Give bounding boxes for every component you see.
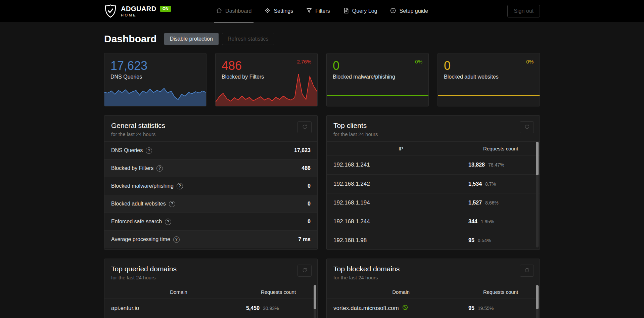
stat-row: Enforced safe search? 0 <box>104 213 317 230</box>
client-percent: 8.7% <box>485 181 496 187</box>
top-blocked-domains-refresh-button[interactable] <box>520 265 534 277</box>
top-queried-domains-refresh-button[interactable] <box>297 265 312 277</box>
setup-guide-icon: ? <box>390 7 396 15</box>
top-queried-domains-card: Top queried domains for the last 24 hour… <box>104 259 318 318</box>
stat-row-label: Blocked malware/phishing <box>111 183 174 189</box>
sign-out-button[interactable]: Sign out <box>507 5 540 17</box>
domain-percent: 19.55% <box>478 306 494 311</box>
domain-column-header: Domain <box>333 289 468 295</box>
requests-count-column-header: Requests count <box>468 146 533 151</box>
domain-name: api.entur.io <box>111 305 246 312</box>
requests-count-column-header: Requests count <box>468 289 533 295</box>
scrollbar-track[interactable] <box>314 285 316 318</box>
top-clients-table: IP Requests count 192.168.1.241 13,828 7… <box>327 141 540 249</box>
nav-item-query-log[interactable]: Query Log <box>343 0 377 22</box>
client-percent: 8.66% <box>485 200 499 206</box>
domain-count: 95 <box>468 305 474 311</box>
nav-label-setup-guide: Setup guide <box>399 8 428 14</box>
scrollbar-thumb[interactable] <box>536 285 539 309</box>
scrollbar-track[interactable] <box>536 285 539 318</box>
client-row: 192.168.1.241 13,828 78.47% <box>327 155 540 174</box>
stat-row-label: Enforced safe search <box>111 219 162 225</box>
help-icon[interactable]: ? <box>146 147 152 154</box>
requests-count-column-header: Requests count <box>246 289 311 295</box>
domain-row: api.entur.io 5,450 30.93% <box>104 299 317 318</box>
help-icon[interactable]: ? <box>173 236 180 243</box>
stat-row-value: 17,623 <box>294 147 311 153</box>
top-blocked-domains-table: Domain Requests count vortex.data.micros… <box>327 285 540 318</box>
top-clients-title: Top clients <box>333 122 533 130</box>
top-queried-domains-subtitle: for the last 24 hours <box>111 275 311 280</box>
help-icon[interactable]: ? <box>165 219 171 225</box>
stat-row: DNS Queries? 17,623 <box>104 141 317 159</box>
general-statistics-table: DNS Queries? 17,623 Blocked by Filters? … <box>104 141 317 248</box>
stat-row-label: DNS Queries <box>111 147 143 153</box>
blocked-adult-value: 0 <box>444 59 540 73</box>
stat-row-label: Blocked by Filters <box>111 165 153 171</box>
refresh-statistics-button[interactable]: Refresh statistics <box>222 33 274 45</box>
nav-item-setup-guide[interactable]: ? Setup guide <box>390 0 428 22</box>
table-header: Domain Requests count <box>104 285 317 299</box>
stat-row-value: 0 <box>308 219 311 225</box>
stat-card-dns-queries: 17,623 DNS Queries <box>104 53 206 106</box>
client-count: 1,527 <box>468 200 482 206</box>
help-icon[interactable]: ? <box>169 201 175 207</box>
nav-label-dashboard: Dashboard <box>225 8 251 14</box>
refresh-icon <box>302 124 308 131</box>
domain-percent: 30.93% <box>263 306 279 311</box>
bottom-panels-row: Top queried domains for the last 24 hour… <box>104 259 540 318</box>
blocked-malware-sparkline <box>327 93 428 106</box>
blocked-icon <box>402 304 408 312</box>
scrollbar-thumb[interactable] <box>314 285 316 309</box>
client-count: 1,534 <box>468 181 482 187</box>
help-icon[interactable]: ? <box>156 165 163 172</box>
nav-item-dashboard[interactable]: Dashboard <box>216 0 251 22</box>
help-icon[interactable]: ? <box>177 183 183 189</box>
top-navbar: ADGUARD ON HOME Dashboard <box>0 0 644 22</box>
table-header: Domain Requests count <box>327 285 540 299</box>
table-header: IP Requests count <box>327 141 540 155</box>
general-statistics-card: General statistics for the last 24 hours… <box>104 115 318 250</box>
refresh-icon <box>524 124 530 131</box>
ip-column-header: IP <box>333 146 468 151</box>
main-content: Dashboard Disable protection Refresh sta… <box>104 33 540 318</box>
nav-item-filters[interactable]: Filters <box>306 0 330 22</box>
blocked-filters-percent: 2.76% <box>297 59 311 64</box>
top-clients-refresh-button[interactable] <box>520 121 534 133</box>
top-clients-card: Top clients for the last 24 hours IP Req… <box>326 115 540 250</box>
blocked-adult-sparkline <box>438 93 540 106</box>
blocked-adult-percent: 0% <box>526 59 534 64</box>
client-ip: 192.168.1.194 <box>333 199 468 206</box>
domain-count: 5,450 <box>246 305 260 311</box>
adguard-shield-logo-icon <box>104 4 117 18</box>
stat-row: Blocked adult websites? 0 <box>104 195 317 213</box>
domain-row: vortex.data.microsoft.com 95 19.55% <box>327 299 540 318</box>
nav-item-settings[interactable]: Settings <box>264 0 293 22</box>
stat-row-value: 0 <box>308 201 311 207</box>
scrollbar-thumb[interactable] <box>536 142 539 175</box>
client-ip: 192.168.1.242 <box>333 181 468 187</box>
blocked-malware-value: 0 <box>333 59 428 73</box>
domain-name: vortex.data.microsoft.com <box>333 305 399 312</box>
svg-text:?: ? <box>392 8 394 12</box>
stat-row-value: 0 <box>308 183 311 189</box>
stat-row-label: Average processing time <box>111 236 170 242</box>
top-blocked-domains-title: Top blocked domains <box>333 265 533 273</box>
disable-protection-button[interactable]: Disable protection <box>164 33 219 45</box>
scrollbar-track[interactable] <box>536 142 539 247</box>
stat-cards-row: 17,623 DNS Queries 2.76% 486 Blocked by … <box>104 53 540 106</box>
client-percent: 78.47% <box>488 162 504 168</box>
brand-subtitle: HOME <box>121 13 171 17</box>
refresh-icon <box>524 267 530 274</box>
client-count: 95 <box>468 237 474 243</box>
dns-queries-sparkline <box>104 80 206 106</box>
stat-card-blocked-malware: 0% 0 Blocked malware/phishing <box>326 53 429 106</box>
dns-queries-value: 17,623 <box>110 59 206 73</box>
general-statistics-refresh-button[interactable] <box>297 121 312 133</box>
general-statistics-title: General statistics <box>111 122 311 130</box>
top-queried-domains-table: Domain Requests count api.entur.io 5,450… <box>104 285 317 318</box>
dns-queries-label: DNS Queries <box>110 74 206 80</box>
client-row: 192.168.1.98 95 0.54% <box>327 231 540 249</box>
domain-column-header: Domain <box>111 289 246 295</box>
client-ip: 192.168.1.244 <box>333 218 468 225</box>
